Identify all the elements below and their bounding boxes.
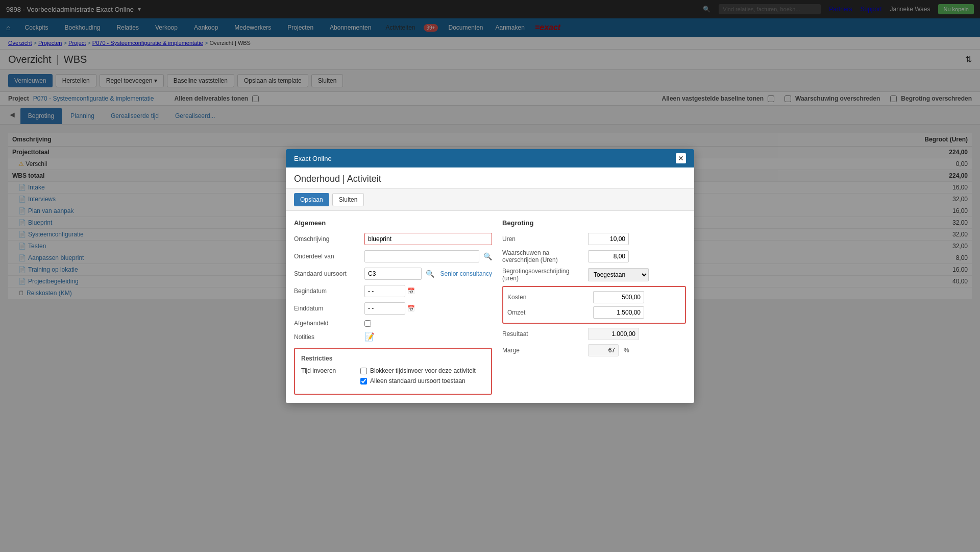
modal: Exact Online ✕ Onderhoud | Activiteit Op… <box>286 149 694 307</box>
modal-close-button[interactable]: ✕ <box>676 153 686 163</box>
modal-body: Algemeen Omschrijving Onderdeel van 🔍 St… <box>286 211 694 307</box>
modal-section-algemeen: Algemeen Omschrijving Onderdeel van 🔍 St… <box>294 219 492 307</box>
uursoort-link[interactable]: Senior consultancy <box>440 270 492 277</box>
modal-title-sep: | <box>342 174 347 184</box>
modal-section-begroting: Begroting Uren Waarschuwen na overschrij… <box>502 219 686 307</box>
form-row-omschrijving: Omschrijving <box>294 233 492 245</box>
begroting-row-omzet: Omzet <box>507 306 681 307</box>
algemeen-title: Algemeen <box>294 219 492 227</box>
begroting-row-kosten: Kosten <box>507 291 681 303</box>
kosten-input[interactable] <box>593 291 644 303</box>
overschrijding-label: Begrotingsoverschrijding (uren) <box>502 268 584 282</box>
begindatum-label: Begindatum <box>294 287 360 295</box>
omzet-input[interactable] <box>593 306 644 307</box>
modal-title: Onderhoud | Activiteit <box>294 174 686 184</box>
form-row-einddatum: Einddatum 📅 <box>294 302 492 307</box>
onderdeel-van-label: Onderdeel van <box>294 253 360 260</box>
begroting-normal: Uren Waarschuwen na overschrijden (Uren)… <box>502 233 686 307</box>
begroting-row-overschrijding: Begrotingsoverschrijding (uren) Toegesta… <box>502 268 686 282</box>
omschrijving-input[interactable] <box>364 233 492 245</box>
waarschuwen-input[interactable] <box>588 250 629 262</box>
modal-header-title: Exact Online <box>294 155 332 162</box>
modal-title-2: Activiteit <box>347 174 381 184</box>
modal-title-bar: Onderhoud | Activiteit <box>286 167 694 189</box>
modal-save-button[interactable]: Opslaan <box>294 193 329 206</box>
onderdeel-van-input[interactable] <box>364 250 479 262</box>
begroting-title: Begroting <box>502 219 686 227</box>
modal-overlay: Exact Online ✕ Onderhoud | Activiteit Op… <box>0 0 980 307</box>
uursoort-label: Standaard uursoort <box>294 270 360 277</box>
uursoort-input[interactable] <box>364 268 422 280</box>
modal-title-1: Onderhoud <box>294 174 340 184</box>
form-row-begindatum: Begindatum 📅 <box>294 285 492 297</box>
kosten-omzet-box: Kosten Omzet <box>502 286 686 307</box>
einddatum-group: 📅 <box>364 302 415 307</box>
modal-toolbar: Opslaan Sluiten <box>286 189 694 211</box>
overschrijding-select[interactable]: Toegestaan Niet toegestaan Waarschuwen <box>588 268 649 281</box>
begindatum-input[interactable] <box>364 285 405 297</box>
modal-header: Exact Online ✕ <box>286 149 694 167</box>
einddatum-input[interactable] <box>364 302 405 307</box>
waarschuwen-label: Waarschuwen na overschrijden (Uren) <box>502 249 584 263</box>
modal-close-btn[interactable]: Sluiten <box>332 193 364 206</box>
form-row-onderdeel: Onderdeel van 🔍 <box>294 250 492 262</box>
begroting-row-waarschuwen: Waarschuwen na overschrijden (Uren) <box>502 249 686 263</box>
uren-input[interactable] <box>588 233 629 245</box>
kosten-label: Kosten <box>507 294 589 301</box>
search-icon-uursoort[interactable]: 🔍 <box>426 270 434 278</box>
begroting-row-uren: Uren <box>502 233 686 245</box>
calendar-icon-eind[interactable]: 📅 <box>407 305 415 307</box>
begindatum-group: 📅 <box>364 285 415 297</box>
calendar-icon-begin[interactable]: 📅 <box>407 287 415 295</box>
einddatum-label: Einddatum <box>294 305 360 307</box>
form-row-uursoort: Standaard uursoort 🔍 Senior consultancy <box>294 268 492 280</box>
search-icon-onderdeel[interactable]: 🔍 <box>483 252 492 260</box>
uren-label: Uren <box>502 235 584 243</box>
omschrijving-label: Omschrijving <box>294 235 360 243</box>
